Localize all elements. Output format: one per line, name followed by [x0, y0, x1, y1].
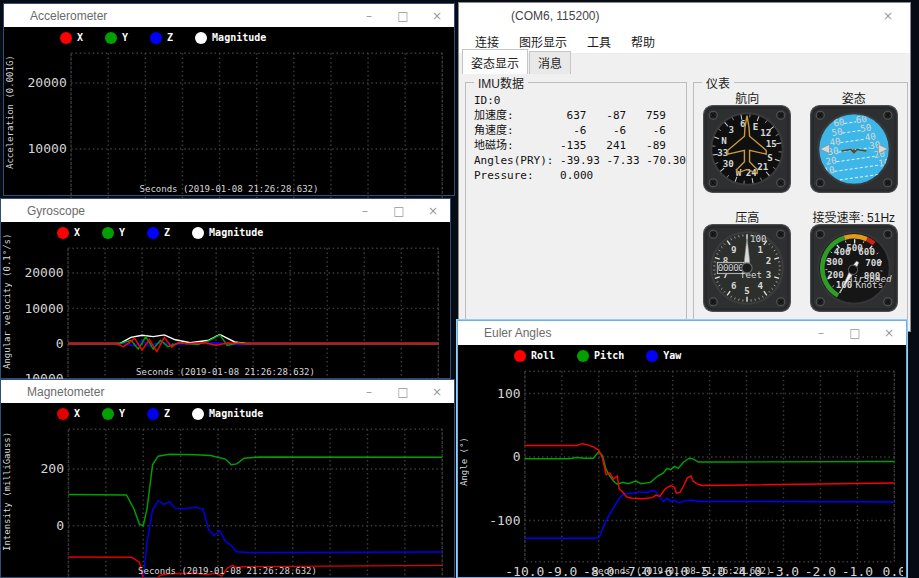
svg-text:1: 1 — [758, 244, 764, 255]
svg-text:Knots: Knots — [855, 279, 883, 290]
legend-item-magnitude[interactable]: Magnitude — [192, 408, 263, 420]
maximize-button[interactable]: □ — [838, 321, 872, 345]
legend-dot — [147, 227, 159, 239]
attitude-gauge-label: 姿态 — [842, 89, 866, 105]
magnetometer-chart: XYZMagnitude Intensity (milliGauss) -10.… — [1, 403, 454, 577]
window-controls: – □ × — [352, 4, 454, 27]
svg-text:0: 0 — [513, 449, 521, 464]
svg-text:21: 21 — [757, 161, 769, 172]
legend-label: Z — [164, 408, 170, 419]
menu-item-4[interactable]: 帮助 — [621, 30, 665, 53]
legend-dot — [192, 227, 204, 239]
minimize-button[interactable]: – — [352, 4, 386, 27]
heading-gauge-cell: 航向 N36E1215S2124W3033 — [703, 87, 791, 206]
close-button[interactable]: × — [866, 3, 910, 29]
legend-item-y[interactable]: Y — [102, 408, 125, 420]
legend-item-roll[interactable]: Roll — [514, 350, 555, 362]
accelerometer-titlebar[interactable]: Accelerometer – □ × — [4, 4, 454, 28]
com6-titlebar[interactable]: (COM6, 115200) × — [459, 3, 910, 29]
com6-content: IMU数据 ID:0加速度: 637 -87 759角速度: -6 -6 -6地… — [459, 74, 910, 331]
svg-text:20000: 20000 — [27, 75, 66, 90]
svg-text:9: 9 — [731, 244, 737, 255]
legend-label: Magnitude — [212, 32, 266, 43]
legend-item-x[interactable]: X — [57, 408, 80, 420]
legend-item-z[interactable]: Z — [150, 32, 173, 44]
maximize-button[interactable]: □ — [386, 4, 420, 27]
imu-line: 地磁场: -135 241 -89 — [474, 138, 680, 153]
close-button[interactable]: × — [420, 380, 454, 403]
x-axis-label: Seconds (2019-01-08 21:26:28.632) — [1, 566, 454, 576]
close-button[interactable]: × — [420, 4, 454, 27]
accelerometer-chart: XYZMagnitude Acceleration (0.001G) -10.0… — [4, 27, 454, 195]
legend-dot — [105, 32, 117, 44]
legend: RollPitchYaw — [514, 348, 681, 363]
minimize-button[interactable]: – — [804, 321, 838, 345]
gyroscope-titlebar[interactable]: Gyroscope – □ × — [1, 199, 450, 223]
gyroscope-chart: XYZMagnitude Angular velocity (0.1°/s) -… — [1, 222, 450, 378]
legend-label: X — [77, 32, 83, 43]
legend: XYZMagnitude — [60, 30, 266, 45]
svg-text:100: 100 — [497, 386, 520, 401]
com6-window: (COM6, 115200) × 连接图形显示工具帮助 姿态显示消息 IMU数据… — [458, 2, 911, 332]
legend-item-magnitude[interactable]: Magnitude — [192, 227, 263, 239]
legend-item-magnitude[interactable]: Magnitude — [195, 32, 266, 44]
tab-2[interactable]: 消息 — [529, 51, 571, 74]
svg-text:12: 12 — [761, 127, 772, 138]
svg-text:15: 15 — [766, 138, 777, 149]
groupbox-title: IMU数据 — [474, 74, 528, 91]
svg-text:6: 6 — [731, 280, 737, 291]
legend-dot — [195, 32, 207, 44]
imu-line: Angles(PRY): -39.93 -7.33 -70.30 — [474, 153, 680, 168]
y-axis-label: Angular velocity (0.1°/s) — [1, 240, 13, 362]
legend-item-x[interactable]: X — [57, 227, 80, 239]
svg-text:0: 0 — [56, 518, 64, 533]
svg-text:30: 30 — [723, 158, 734, 169]
airspeed-gauge-label: 接受速率: 51Hz — [812, 208, 895, 224]
legend: XYZMagnitude — [57, 225, 263, 240]
legend-label: Pitch — [594, 350, 624, 361]
desktop: { "controls": {"minimize": "–", "maximiz… — [0, 0, 919, 578]
window-controls: – □ × — [348, 199, 450, 222]
y-axis-label: Angle (°) — [458, 363, 470, 561]
legend-item-y[interactable]: Y — [102, 227, 125, 239]
window-controls: – □ × — [804, 321, 906, 345]
close-button[interactable]: × — [416, 199, 450, 222]
svg-text:3: 3 — [766, 269, 772, 280]
maximize-button[interactable]: □ — [382, 199, 416, 222]
legend-dot — [150, 32, 162, 44]
imu-line: 角速度: -6 -6 -6 — [474, 123, 680, 138]
window-title: Magnetometer — [27, 385, 104, 399]
attitude-gauge: 606050504040303020201010 — [810, 105, 898, 193]
legend-item-x[interactable]: X — [60, 32, 83, 44]
tab-1[interactable]: 姿态显示 — [462, 49, 528, 74]
minimize-button[interactable]: – — [352, 380, 386, 403]
maximize-button[interactable]: □ — [386, 380, 420, 403]
legend-item-z[interactable]: Z — [147, 408, 170, 420]
altimeter-gauge-label: 压高 — [735, 208, 759, 224]
minimize-button[interactable]: – — [348, 199, 382, 222]
imu-data-lines: ID:0加速度: 637 -87 759角速度: -6 -6 -6地磁场: -1… — [466, 83, 686, 183]
gyroscope-window: Gyroscope – □ × XYZMagnitude Angular vel… — [0, 198, 451, 379]
legend-item-y[interactable]: Y — [105, 32, 128, 44]
altimeter-gauge-cell: 压高 12345678910000000feet — [703, 206, 791, 325]
legend-item-pitch[interactable]: Pitch — [577, 350, 624, 362]
svg-text:200: 200 — [40, 461, 64, 476]
svg-text:200: 200 — [827, 269, 844, 280]
magnetometer-titlebar[interactable]: Magnetometer – □ × — [1, 380, 454, 404]
heading-gauge: N36E1215S2124W3033 — [703, 105, 791, 193]
imu-data-groupbox: IMU数据 ID:0加速度: 637 -87 759角速度: -6 -6 -6地… — [465, 82, 687, 326]
close-button[interactable]: × — [872, 321, 906, 345]
legend-item-yaw[interactable]: Yaw — [646, 350, 681, 362]
svg-text:33: 33 — [718, 147, 729, 158]
legend-label: Z — [164, 227, 170, 238]
menu-item-3[interactable]: 工具 — [577, 30, 621, 53]
legend-item-z[interactable]: Z — [147, 227, 170, 239]
euler-plot: -10.0-9.0-8.0-7.0-6.0-5.0-4.0-3.0-2.0-1.… — [470, 364, 903, 578]
legend-dot — [102, 408, 114, 420]
airspeed-gauge-cell: 接受速率: 51Hz 100200300400500600700800AirSp… — [810, 206, 898, 325]
magnetometer-plot: -10.0-9.0-8.0-7.0-6.0-5.0-4.0-3.0-2.0-1.… — [13, 422, 451, 578]
legend-dot — [646, 350, 658, 362]
x-axis-label: Seconds (2019-01-08 21:26:28.632) — [4, 184, 454, 194]
euler-titlebar[interactable]: Euler Angles – □ × — [458, 321, 906, 346]
legend-label: Roll — [531, 350, 555, 361]
